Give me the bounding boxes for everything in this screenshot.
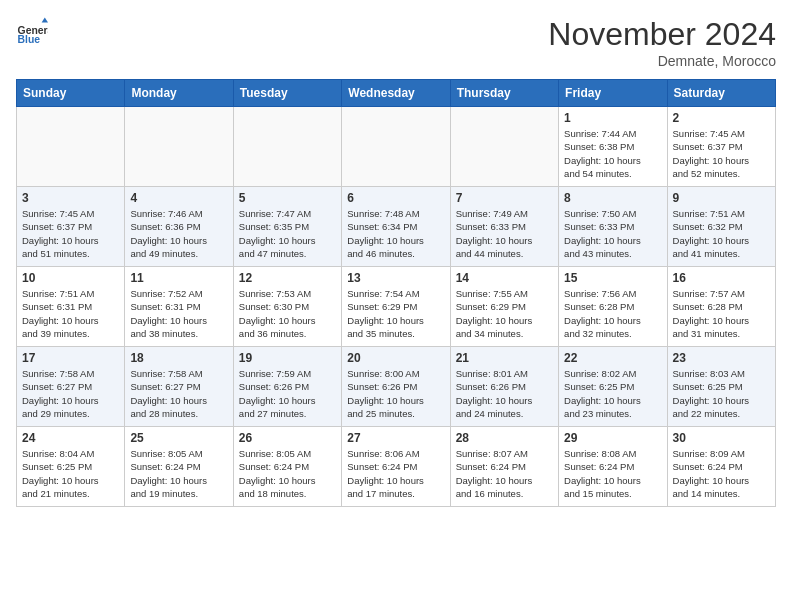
day-number: 19: [239, 351, 336, 365]
day-info: Sunrise: 8:07 AM Sunset: 6:24 PM Dayligh…: [456, 447, 553, 500]
day-number: 13: [347, 271, 444, 285]
day-info: Sunrise: 8:05 AM Sunset: 6:24 PM Dayligh…: [130, 447, 227, 500]
day-info: Sunrise: 7:57 AM Sunset: 6:28 PM Dayligh…: [673, 287, 770, 340]
day-number: 30: [673, 431, 770, 445]
day-info: Sunrise: 7:45 AM Sunset: 6:37 PM Dayligh…: [22, 207, 119, 260]
calendar-day-cell: 12Sunrise: 7:53 AM Sunset: 6:30 PM Dayli…: [233, 267, 341, 347]
day-number: 28: [456, 431, 553, 445]
day-info: Sunrise: 8:08 AM Sunset: 6:24 PM Dayligh…: [564, 447, 661, 500]
day-info: Sunrise: 7:55 AM Sunset: 6:29 PM Dayligh…: [456, 287, 553, 340]
day-info: Sunrise: 7:53 AM Sunset: 6:30 PM Dayligh…: [239, 287, 336, 340]
day-info: Sunrise: 8:05 AM Sunset: 6:24 PM Dayligh…: [239, 447, 336, 500]
calendar-day-cell: 2Sunrise: 7:45 AM Sunset: 6:37 PM Daylig…: [667, 107, 775, 187]
day-number: 20: [347, 351, 444, 365]
day-number: 4: [130, 191, 227, 205]
calendar-day-cell: 16Sunrise: 7:57 AM Sunset: 6:28 PM Dayli…: [667, 267, 775, 347]
calendar-day-cell: [342, 107, 450, 187]
calendar-day-cell: 11Sunrise: 7:52 AM Sunset: 6:31 PM Dayli…: [125, 267, 233, 347]
day-info: Sunrise: 7:45 AM Sunset: 6:37 PM Dayligh…: [673, 127, 770, 180]
day-number: 18: [130, 351, 227, 365]
day-info: Sunrise: 7:44 AM Sunset: 6:38 PM Dayligh…: [564, 127, 661, 180]
weekday-header-cell: Tuesday: [233, 80, 341, 107]
day-number: 27: [347, 431, 444, 445]
day-number: 21: [456, 351, 553, 365]
calendar-day-cell: 24Sunrise: 8:04 AM Sunset: 6:25 PM Dayli…: [17, 427, 125, 507]
calendar-body: 1Sunrise: 7:44 AM Sunset: 6:38 PM Daylig…: [17, 107, 776, 507]
day-info: Sunrise: 7:52 AM Sunset: 6:31 PM Dayligh…: [130, 287, 227, 340]
calendar-day-cell: [233, 107, 341, 187]
day-number: 10: [22, 271, 119, 285]
day-info: Sunrise: 7:58 AM Sunset: 6:27 PM Dayligh…: [22, 367, 119, 420]
weekday-header-cell: Thursday: [450, 80, 558, 107]
calendar-day-cell: 9Sunrise: 7:51 AM Sunset: 6:32 PM Daylig…: [667, 187, 775, 267]
day-number: 15: [564, 271, 661, 285]
logo-icon: General Blue: [16, 16, 48, 48]
day-info: Sunrise: 8:03 AM Sunset: 6:25 PM Dayligh…: [673, 367, 770, 420]
day-number: 2: [673, 111, 770, 125]
day-number: 1: [564, 111, 661, 125]
calendar-day-cell: 20Sunrise: 8:00 AM Sunset: 6:26 PM Dayli…: [342, 347, 450, 427]
calendar-day-cell: [125, 107, 233, 187]
day-number: 25: [130, 431, 227, 445]
day-info: Sunrise: 7:49 AM Sunset: 6:33 PM Dayligh…: [456, 207, 553, 260]
calendar-week-row: 24Sunrise: 8:04 AM Sunset: 6:25 PM Dayli…: [17, 427, 776, 507]
calendar-day-cell: 27Sunrise: 8:06 AM Sunset: 6:24 PM Dayli…: [342, 427, 450, 507]
day-number: 23: [673, 351, 770, 365]
calendar-day-cell: 1Sunrise: 7:44 AM Sunset: 6:38 PM Daylig…: [559, 107, 667, 187]
calendar-week-row: 1Sunrise: 7:44 AM Sunset: 6:38 PM Daylig…: [17, 107, 776, 187]
day-info: Sunrise: 7:48 AM Sunset: 6:34 PM Dayligh…: [347, 207, 444, 260]
day-number: 3: [22, 191, 119, 205]
calendar-day-cell: [450, 107, 558, 187]
calendar-day-cell: 17Sunrise: 7:58 AM Sunset: 6:27 PM Dayli…: [17, 347, 125, 427]
day-info: Sunrise: 8:04 AM Sunset: 6:25 PM Dayligh…: [22, 447, 119, 500]
calendar-day-cell: 10Sunrise: 7:51 AM Sunset: 6:31 PM Dayli…: [17, 267, 125, 347]
header: General Blue November 2024 Demnate, Moro…: [16, 16, 776, 69]
day-info: Sunrise: 8:02 AM Sunset: 6:25 PM Dayligh…: [564, 367, 661, 420]
calendar-day-cell: 22Sunrise: 8:02 AM Sunset: 6:25 PM Dayli…: [559, 347, 667, 427]
weekday-header-cell: Sunday: [17, 80, 125, 107]
calendar-day-cell: 8Sunrise: 7:50 AM Sunset: 6:33 PM Daylig…: [559, 187, 667, 267]
calendar-day-cell: [17, 107, 125, 187]
calendar-day-cell: 19Sunrise: 7:59 AM Sunset: 6:26 PM Dayli…: [233, 347, 341, 427]
day-info: Sunrise: 7:56 AM Sunset: 6:28 PM Dayligh…: [564, 287, 661, 340]
calendar-day-cell: 30Sunrise: 8:09 AM Sunset: 6:24 PM Dayli…: [667, 427, 775, 507]
day-number: 14: [456, 271, 553, 285]
day-number: 16: [673, 271, 770, 285]
svg-marker-2: [42, 18, 48, 23]
day-info: Sunrise: 7:54 AM Sunset: 6:29 PM Dayligh…: [347, 287, 444, 340]
calendar-day-cell: 25Sunrise: 8:05 AM Sunset: 6:24 PM Dayli…: [125, 427, 233, 507]
calendar-week-row: 10Sunrise: 7:51 AM Sunset: 6:31 PM Dayli…: [17, 267, 776, 347]
calendar-day-cell: 7Sunrise: 7:49 AM Sunset: 6:33 PM Daylig…: [450, 187, 558, 267]
day-number: 12: [239, 271, 336, 285]
day-info: Sunrise: 7:46 AM Sunset: 6:36 PM Dayligh…: [130, 207, 227, 260]
day-info: Sunrise: 7:51 AM Sunset: 6:31 PM Dayligh…: [22, 287, 119, 340]
weekday-header-cell: Wednesday: [342, 80, 450, 107]
calendar-day-cell: 18Sunrise: 7:58 AM Sunset: 6:27 PM Dayli…: [125, 347, 233, 427]
day-info: Sunrise: 7:50 AM Sunset: 6:33 PM Dayligh…: [564, 207, 661, 260]
calendar-day-cell: 23Sunrise: 8:03 AM Sunset: 6:25 PM Dayli…: [667, 347, 775, 427]
calendar-day-cell: 28Sunrise: 8:07 AM Sunset: 6:24 PM Dayli…: [450, 427, 558, 507]
weekday-header-cell: Friday: [559, 80, 667, 107]
day-number: 7: [456, 191, 553, 205]
day-info: Sunrise: 7:59 AM Sunset: 6:26 PM Dayligh…: [239, 367, 336, 420]
calendar-day-cell: 5Sunrise: 7:47 AM Sunset: 6:35 PM Daylig…: [233, 187, 341, 267]
day-info: Sunrise: 7:51 AM Sunset: 6:32 PM Dayligh…: [673, 207, 770, 260]
calendar-day-cell: 13Sunrise: 7:54 AM Sunset: 6:29 PM Dayli…: [342, 267, 450, 347]
weekday-header-cell: Monday: [125, 80, 233, 107]
day-number: 9: [673, 191, 770, 205]
day-number: 22: [564, 351, 661, 365]
day-info: Sunrise: 8:06 AM Sunset: 6:24 PM Dayligh…: [347, 447, 444, 500]
day-info: Sunrise: 7:47 AM Sunset: 6:35 PM Dayligh…: [239, 207, 336, 260]
calendar-day-cell: 15Sunrise: 7:56 AM Sunset: 6:28 PM Dayli…: [559, 267, 667, 347]
title-area: November 2024 Demnate, Morocco: [548, 16, 776, 69]
calendar-day-cell: 14Sunrise: 7:55 AM Sunset: 6:29 PM Dayli…: [450, 267, 558, 347]
calendar-week-row: 17Sunrise: 7:58 AM Sunset: 6:27 PM Dayli…: [17, 347, 776, 427]
calendar-day-cell: 26Sunrise: 8:05 AM Sunset: 6:24 PM Dayli…: [233, 427, 341, 507]
day-info: Sunrise: 8:01 AM Sunset: 6:26 PM Dayligh…: [456, 367, 553, 420]
day-number: 11: [130, 271, 227, 285]
day-number: 5: [239, 191, 336, 205]
month-title: November 2024: [548, 16, 776, 53]
weekday-header-row: SundayMondayTuesdayWednesdayThursdayFrid…: [17, 80, 776, 107]
weekday-header-cell: Saturday: [667, 80, 775, 107]
calendar-day-cell: 29Sunrise: 8:08 AM Sunset: 6:24 PM Dayli…: [559, 427, 667, 507]
